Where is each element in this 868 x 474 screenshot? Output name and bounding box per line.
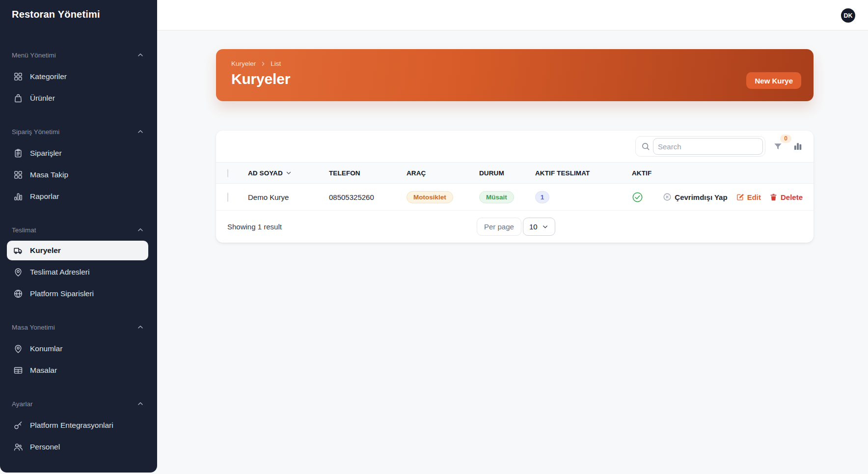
edit-pencil-icon (736, 193, 744, 201)
filter-button[interactable]: 0 (773, 142, 783, 151)
section-header-siparis-yonetimi[interactable]: Sipariş Yönetimi (0, 127, 157, 137)
column-header-telefon: TELEFON (329, 169, 407, 177)
column-header-durum: DURUM (479, 169, 535, 177)
per-page-select[interactable]: 10 (523, 218, 555, 236)
active-check-icon[interactable] (632, 192, 643, 203)
bar-chart-icon (13, 192, 23, 201)
per-page-value: 10 (529, 223, 538, 231)
columns-button[interactable] (793, 141, 803, 151)
sidebar-item-siparisler[interactable]: Siparişler (0, 142, 157, 164)
table-footer: Showing 1 result Per page 10 (216, 211, 814, 242)
section-header-menu-yonetimi[interactable]: Menü Yönetimi (0, 50, 157, 60)
section-header-masa-yonetimi[interactable]: Masa Yonetimi (0, 322, 157, 332)
sidebar-section-ayarlar: Ayarlar Platform Entegrasyonlari Persone (0, 399, 157, 458)
per-page-label: Per page (477, 218, 521, 236)
status-badge: Müsait (479, 191, 514, 203)
row-checkbox[interactable] (227, 193, 228, 202)
chevron-down-icon (285, 169, 292, 176)
chevron-up-icon[interactable] (136, 128, 144, 136)
sidebar-item-urunler[interactable]: Ürünler (0, 87, 157, 109)
avatar[interactable]: DK (841, 8, 855, 23)
sidebar-item-label: Platform Entegrasyonlari (30, 421, 113, 430)
grid-icon (13, 170, 23, 180)
sidebar: Restoran Yönetimi Menü Yönetimi Kategori… (0, 0, 157, 473)
filter-count-badge: 0 (780, 135, 791, 143)
sidebar-item-konumlar[interactable]: Konumlar (0, 338, 157, 360)
sidebar-item-masa-takip[interactable]: Masa Takip (0, 164, 157, 186)
grid-icon (13, 72, 23, 82)
sidebar-item-platform-entegrasyonlari[interactable]: Platform Entegrasyonlari (0, 415, 157, 436)
chevron-up-icon[interactable] (136, 51, 144, 59)
breadcrumb-current: List (271, 60, 281, 67)
sidebar-item-label: Kategoriler (30, 72, 67, 81)
sidebar-item-personel[interactable]: Personel (0, 436, 157, 458)
sidebar-section-teslimat: Teslimat Kuryeler Teslimat Adresleri (0, 225, 157, 305)
x-circle-icon (663, 193, 672, 201)
section-label: Ayarlar (12, 400, 33, 408)
breadcrumb: Kuryeler List (231, 60, 801, 67)
row-actions: Çevrimdışı Yap Edit Delete (663, 193, 803, 201)
sidebar-item-label: Siparişler (30, 149, 62, 158)
table-row: Demo Kurye 08505325260 Motosiklet Müsait… (216, 184, 814, 211)
app-frame: Restoran Yönetimi Menü Yönetimi Kategori… (0, 0, 868, 474)
clipboard-icon (13, 148, 23, 158)
globe-icon (13, 289, 23, 299)
section-label: Menü Yönetimi (12, 52, 56, 59)
sidebar-item-label: Masa Takip (30, 170, 68, 179)
sidebar-item-kategoriler[interactable]: Kategoriler (0, 66, 157, 87)
section-label: Sipariş Yönetimi (12, 128, 59, 136)
courier-name: Demo Kurye (248, 193, 329, 201)
chevron-up-icon[interactable] (136, 226, 144, 234)
sidebar-item-label: Teslimat Adresleri (30, 268, 89, 277)
per-page-control: Per page 10 (477, 218, 555, 236)
section-header-teslimat[interactable]: Teslimat (0, 225, 157, 235)
column-header-aktif: AKTIF (632, 169, 803, 177)
map-pin-icon (13, 267, 23, 277)
select-all-checkbox[interactable] (227, 169, 228, 177)
filter-funnel-icon (773, 142, 783, 151)
sidebar-item-label: Personel (30, 443, 60, 451)
sidebar-item-label: Platform Siparisleri (30, 289, 94, 298)
offline-action[interactable]: Çevrimdışı Yap (663, 193, 727, 201)
chevron-right-icon (260, 61, 266, 67)
sidebar-item-raporlar[interactable]: Raporlar (0, 186, 157, 207)
column-header-ad-soyad[interactable]: AD SOYAD (248, 169, 329, 177)
table-toolbar: 0 (216, 131, 814, 162)
section-label: Masa Yonetimi (12, 324, 55, 331)
sidebar-item-platform-siparisleri[interactable]: Platform Siparisleri (0, 283, 157, 305)
breadcrumb-parent[interactable]: Kuryeler (231, 60, 256, 67)
truck-icon (13, 246, 23, 255)
edit-action[interactable]: Edit (736, 193, 761, 201)
sidebar-item-masalar[interactable]: Masalar (0, 360, 157, 381)
couriers-table-card: 0 AD SOYAD TELEFON ARAÇ DURUM AKTIF TESL… (216, 131, 814, 243)
chevron-down-icon (542, 223, 549, 230)
sidebar-item-label: Konumlar (30, 344, 62, 353)
search-icon (641, 141, 651, 151)
column-chart-icon (793, 141, 803, 151)
new-kurye-button[interactable]: New Kurye (746, 72, 801, 89)
active-delivery-badge: 1 (535, 191, 549, 203)
search-input[interactable] (653, 138, 763, 155)
column-header-aktif-teslimat: AKTIF TESLIMAT (535, 169, 632, 177)
section-header-ayarlar[interactable]: Ayarlar (0, 399, 157, 409)
vehicle-badge: Motosiklet (407, 191, 453, 203)
section-label: Teslimat (12, 226, 36, 234)
sidebar-item-label: Masalar (30, 366, 57, 375)
courier-phone: 08505325260 (329, 193, 407, 201)
table-icon (13, 365, 23, 375)
sidebar-item-label: Ürünler (30, 94, 55, 103)
delete-action[interactable]: Delete (769, 193, 803, 201)
topbar: DK (157, 0, 868, 30)
column-header-arac: ARAÇ (407, 169, 479, 177)
chevron-up-icon[interactable] (136, 323, 144, 331)
page-title: Kuryeler (231, 71, 801, 87)
chevron-up-icon[interactable] (136, 400, 144, 408)
sidebar-item-kuryeler[interactable]: Kuryeler (7, 241, 148, 260)
sidebar-item-teslimat-adresleri[interactable]: Teslimat Adresleri (0, 261, 157, 283)
search-container (635, 136, 765, 157)
sidebar-section-menu-yonetimi: Menü Yönetimi Kategoriler Ürünler (0, 50, 157, 109)
shopping-bag-icon (13, 93, 23, 103)
table-header-row: AD SOYAD TELEFON ARAÇ DURUM AKTIF TESLIM… (216, 162, 814, 184)
results-summary: Showing 1 result (227, 223, 282, 231)
app-title: Restoran Yönetimi (0, 0, 157, 20)
